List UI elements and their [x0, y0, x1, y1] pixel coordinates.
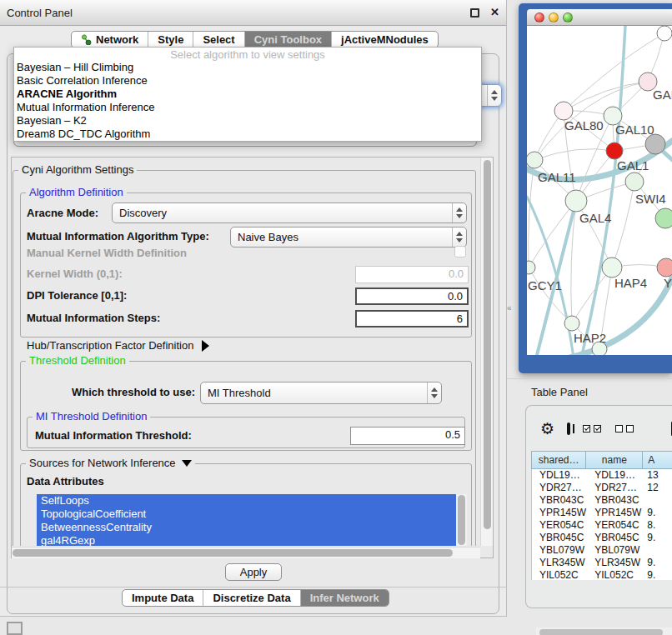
table-header-row: shared… name A	[531, 451, 672, 469]
combo-stepper[interactable]	[452, 228, 466, 247]
zoom-traffic-light[interactable]	[563, 12, 573, 22]
list-item-gal4rgexp[interactable]: gal4RGexp	[37, 534, 456, 546]
network-node-hap4[interactable]	[602, 258, 622, 278]
column-header-shared-name[interactable]: shared…	[531, 451, 586, 469]
close-button[interactable]: ✕	[490, 6, 499, 18]
tab-label: Network	[96, 32, 138, 48]
which-threshold-combo[interactable]: MI Threshold	[200, 382, 442, 404]
control-panel-titlebar: Control Panel ✕	[0, 0, 506, 26]
mi-steps-field[interactable]: 6	[355, 310, 469, 328]
group-title: Threshold Definition	[26, 354, 129, 367]
expanded-arrow-icon[interactable]	[182, 460, 192, 467]
table-row[interactable]: YLR345WYLR345W9.	[532, 557, 672, 569]
tab-cyni-toolbox[interactable]: Cyni Toolbox	[244, 32, 331, 48]
table-cell: YBR045C	[587, 532, 644, 544]
unchecked-boxes-icon[interactable]	[615, 425, 637, 432]
network-node-gal1[interactable]	[606, 142, 623, 159]
table-row[interactable]: YIL052CYIL052C9.	[532, 569, 672, 580]
tab-infer-network[interactable]: Infer Network	[300, 590, 389, 606]
network-node[interactable]	[655, 208, 672, 228]
popup-item-mutual-information[interactable]: Mutual Information Inference	[14, 101, 481, 114]
network-node-gal80[interactable]	[554, 102, 573, 120]
network-canvas[interactable]: GALGAL80GAL10GAL1GAL11SWI4GAL4GCY1HAP4YH…	[527, 26, 672, 355]
split-columns-icon[interactable]	[567, 422, 570, 435]
kernel-width-field[interactable]: 0.0	[355, 266, 469, 283]
popup-item-aracne[interactable]: ARACNE Algorithm	[14, 88, 481, 101]
combo-stepper[interactable]	[452, 203, 466, 222]
list-item-selfloops[interactable]: SelfLoops	[37, 494, 456, 508]
manual-kernel-checkbox[interactable]	[454, 246, 466, 258]
table-cell: YIL052C	[587, 569, 644, 580]
horizontal-scrollbar[interactable]	[12, 547, 480, 558]
table-row[interactable]: YBL079WYBL079W	[532, 544, 672, 557]
tab-label: Style	[158, 32, 183, 48]
popup-item-bayesian-k2[interactable]: Bayesian – K2	[14, 114, 481, 128]
tab-jactivemnodules[interactable]: jActiveMNodules	[331, 32, 438, 48]
column-header-name[interactable]: name	[586, 451, 643, 469]
float-window-button[interactable]	[470, 8, 479, 18]
popup-item-bayesian-hill-climbing[interactable]: Bayesian – Hill Climbing	[14, 61, 481, 74]
table-cell: YLR345W	[587, 557, 644, 569]
network-node-gal4[interactable]	[565, 190, 587, 212]
tab-label: Select	[203, 32, 234, 48]
table-cell: YDR27…	[532, 482, 587, 494]
dpi-tolerance-label: DPI Tolerance [0,1]:	[27, 289, 127, 302]
node-label: Y	[664, 276, 672, 290]
table-row[interactable]: YER054CYER054C8.	[532, 519, 672, 532]
table-row[interactable]: YBR045CYBR045C9.	[532, 532, 672, 544]
list-item-betweennesscentrality[interactable]: BetweennessCentrality	[37, 521, 456, 534]
dpi-tolerance-field[interactable]: 0.0	[355, 288, 469, 305]
hub-definition-expander[interactable]: Hub/Transcription Factor Definition	[27, 339, 209, 352]
mi-type-label: Mutual Information Algorithm Type:	[27, 230, 209, 243]
aracne-mode-combo[interactable]: Discovery	[112, 202, 467, 223]
table-row[interactable]: YDL19…YDL19…13	[532, 469, 672, 482]
network-node-swi4[interactable]	[625, 172, 644, 191]
network-window-titlebar[interactable]	[527, 9, 672, 26]
tab-label: Impute Data	[132, 590, 193, 606]
mi-algorithm-type-combo[interactable]: Naive Bayes	[230, 227, 467, 248]
table-cell: YDL19…	[532, 469, 587, 482]
node-label: GAL1	[617, 158, 649, 172]
table-row[interactable]: YPR145WYPR145W9.	[532, 507, 672, 519]
tab-impute-data[interactable]: Impute Data	[123, 590, 203, 606]
group-title: Algorithm Definition	[26, 186, 127, 198]
table-panel: ⚙ shared… name A YDL19…YDL19…13YDR27…YDR…	[525, 405, 672, 608]
combo-stepper[interactable]	[487, 85, 501, 106]
vertical-scrollbar[interactable]	[480, 158, 493, 546]
table-row[interactable]: YDR27…YDR27…12	[532, 482, 672, 494]
table-body: YDL19…YDL19…13YDR27…YDR27…12YBR043CYBR04…	[531, 469, 672, 580]
table-cell: YLR345W	[532, 557, 587, 569]
mi-threshold-field[interactable]: 0.5	[350, 427, 465, 445]
network-node-hap2[interactable]	[564, 316, 579, 331]
gear-icon[interactable]: ⚙	[540, 421, 554, 437]
minimize-traffic-light[interactable]	[549, 12, 559, 22]
network-node[interactable]	[645, 134, 665, 154]
aracne-mode-label: Aracne Mode:	[27, 207, 98, 220]
collapsed-panel-chip[interactable]	[7, 622, 23, 635]
network-node[interactable]	[657, 26, 672, 41]
list-scrollbar[interactable]	[456, 494, 467, 546]
network-node-y[interactable]	[657, 258, 672, 277]
tab-network[interactable]: Network	[72, 32, 148, 48]
table-horizontal-scrollbar[interactable]	[536, 628, 672, 635]
network-node-gcy1[interactable]	[527, 261, 535, 274]
combo-stepper[interactable]	[427, 382, 441, 403]
network-node-gal11[interactable]	[527, 152, 543, 168]
tab-style[interactable]: Style	[148, 32, 193, 48]
tab-label: Infer Network	[310, 590, 379, 606]
list-item-topologicalcoefficient[interactable]: TopologicalCoefficient	[37, 508, 456, 521]
close-traffic-light[interactable]	[534, 12, 544, 22]
data-attributes-list[interactable]: SelfLoops TopologicalCoefficient Between…	[37, 494, 467, 546]
panel-resize-handle[interactable]: «	[507, 303, 512, 312]
tab-select[interactable]: Select	[193, 32, 243, 48]
checked-boxes-icon[interactable]	[583, 425, 604, 432]
table-panel-header: Table Panel	[507, 378, 672, 403]
popup-item-dream8[interactable]: Dream8 DC_TDC Algorithm	[14, 128, 481, 141]
apply-button[interactable]: Apply	[225, 563, 282, 581]
table-row[interactable]: YBR043CYBR043C	[532, 494, 672, 507]
column-header-partial[interactable]: A	[643, 451, 672, 469]
tab-discretize-data[interactable]: Discretize Data	[203, 590, 299, 606]
popup-item-basic-correlation[interactable]: Basic Correlation Inference	[14, 74, 481, 88]
table-cell: 13	[644, 469, 672, 482]
collapsed-arrow-icon	[202, 340, 209, 352]
